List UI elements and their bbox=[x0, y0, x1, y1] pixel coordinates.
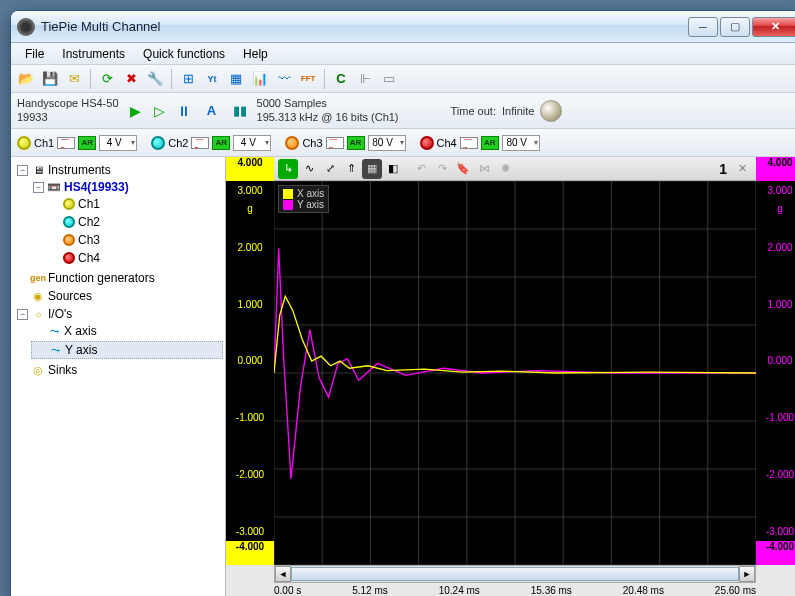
plot-legend: X axis Y axis bbox=[278, 185, 329, 213]
graph-bookmark-icon[interactable]: 🔖 bbox=[453, 159, 473, 179]
refresh-icon[interactable]: ⟳ bbox=[96, 68, 118, 90]
save-icon[interactable]: 💾 bbox=[39, 68, 61, 90]
scroll-right-icon[interactable]: ► bbox=[739, 566, 755, 582]
ch4-led-icon[interactable] bbox=[420, 136, 434, 150]
maximize-button[interactable]: ▢ bbox=[720, 17, 750, 37]
open-icon[interactable]: 📂 bbox=[15, 68, 37, 90]
channel-3-group: Ch3 AR 80 V bbox=[285, 135, 405, 151]
tree-ch2[interactable]: Ch2 bbox=[78, 215, 100, 229]
ch4-coupling-icon[interactable] bbox=[460, 137, 478, 149]
add-graph-icon[interactable]: ⊞ bbox=[177, 68, 199, 90]
funcgen-icon: gen bbox=[31, 271, 45, 285]
ch1-coupling-icon[interactable] bbox=[57, 137, 75, 149]
ch1-led-icon[interactable] bbox=[17, 136, 31, 150]
ios-icon: ⟐ bbox=[31, 307, 45, 321]
tree-yaxis[interactable]: Y axis bbox=[65, 343, 97, 357]
horizontal-scrollbar[interactable]: ◄ ► bbox=[274, 565, 756, 583]
ch2-range-select[interactable]: 4 V bbox=[233, 135, 271, 151]
ch4-autorange-icon[interactable]: AR bbox=[481, 136, 499, 150]
device-toolbar: Handyscope HS4-50 19933 ▶ ▷ ⏸ A ▮▮ 5000 … bbox=[11, 93, 795, 129]
ch2-led-icon[interactable] bbox=[151, 136, 165, 150]
ch3-tree-icon bbox=[63, 234, 75, 246]
instruments-icon: 🖥 bbox=[31, 163, 45, 177]
ch3-coupling-icon[interactable] bbox=[326, 137, 344, 149]
channel-2-group: Ch2 AR 4 V bbox=[151, 135, 271, 151]
pause-button[interactable]: ⏸ bbox=[173, 100, 195, 122]
ch1-range-select[interactable]: 4 V bbox=[99, 135, 137, 151]
tree-ios[interactable]: I/O's bbox=[48, 307, 72, 321]
tree-sinks[interactable]: Sinks bbox=[48, 363, 77, 377]
menu-instruments[interactable]: Instruments bbox=[54, 45, 133, 63]
yaxis-tree-icon: ⤳ bbox=[48, 343, 62, 357]
fft-icon[interactable]: FFT bbox=[297, 68, 319, 90]
y-axis-right[interactable]: 4.000 g3.0002.0001.0000.000-1.000-2.000-… bbox=[756, 181, 795, 565]
mail-icon[interactable]: ✉ bbox=[63, 68, 85, 90]
measure-icon[interactable]: ⊩ bbox=[354, 68, 376, 90]
grid-icon[interactable]: ▦ bbox=[225, 68, 247, 90]
yt-icon[interactable]: Yt bbox=[201, 68, 223, 90]
app-window: TiePie Multi Channel ─ ▢ ✕ File Instrume… bbox=[10, 10, 795, 596]
tree-ch4[interactable]: Ch4 bbox=[78, 251, 100, 265]
graph-up-icon[interactable]: ⇑ bbox=[341, 159, 361, 179]
chart-icon[interactable]: 📊 bbox=[249, 68, 271, 90]
cursor-icon[interactable]: C bbox=[330, 68, 352, 90]
delete-icon[interactable]: ✖ bbox=[120, 68, 142, 90]
ch1-autorange-icon[interactable]: AR bbox=[78, 136, 96, 150]
graph-link-icon[interactable]: ⋈ bbox=[474, 159, 494, 179]
graph-zoom-icon[interactable]: ⤢ bbox=[320, 159, 340, 179]
ch1-label: Ch1 bbox=[34, 137, 54, 149]
device-info: Handyscope HS4-50 19933 bbox=[17, 97, 119, 123]
tree-device[interactable]: HS4(19933) bbox=[64, 180, 129, 194]
ch2-label: Ch2 bbox=[168, 137, 188, 149]
graph-undo-icon[interactable]: ↶ bbox=[411, 159, 431, 179]
auto-button[interactable]: A bbox=[201, 100, 223, 122]
graph-area: ↳ ∿ ⤢ ⇑ ▦ ◧ ↶ ↷ 🔖 ⋈ ✺ 1 ✕ bbox=[226, 157, 795, 596]
graph-close-icon[interactable]: ✕ bbox=[732, 159, 752, 179]
scale-icon[interactable]: ▭ bbox=[378, 68, 400, 90]
main-toolbar: 📂 💾 ✉ ⟳ ✖ 🔧 ⊞ Yt ▦ 📊 〰 FFT C ⊩ ▭ bbox=[11, 65, 795, 93]
titlebar[interactable]: TiePie Multi Channel ─ ▢ ✕ bbox=[11, 11, 795, 43]
tree-xaxis[interactable]: X axis bbox=[64, 324, 97, 338]
graph-run-icon[interactable]: ↳ bbox=[278, 159, 298, 179]
graph-erase-icon[interactable]: ◧ bbox=[383, 159, 403, 179]
scroll-left-icon[interactable]: ◄ bbox=[275, 566, 291, 582]
graph-redo-icon[interactable]: ↷ bbox=[432, 159, 452, 179]
ch4-range-select[interactable]: 80 V bbox=[502, 135, 540, 151]
play-once-button[interactable]: ▷ bbox=[149, 100, 171, 122]
ch3-led-icon[interactable] bbox=[285, 136, 299, 150]
tree-ch1[interactable]: Ch1 bbox=[78, 197, 100, 211]
expand-icon[interactable]: − bbox=[17, 165, 28, 176]
menu-help[interactable]: Help bbox=[235, 45, 276, 63]
ch3-autorange-icon[interactable]: AR bbox=[347, 136, 365, 150]
tree-sources[interactable]: Sources bbox=[48, 289, 92, 303]
timeout-dial[interactable] bbox=[540, 100, 562, 122]
minimize-button[interactable]: ─ bbox=[688, 17, 718, 37]
app-icon bbox=[17, 18, 35, 36]
tree-funcgen[interactable]: Function generators bbox=[48, 271, 155, 285]
expand-icon[interactable]: − bbox=[17, 309, 28, 320]
menu-file[interactable]: File bbox=[17, 45, 52, 63]
ch4-label: Ch4 bbox=[437, 137, 457, 149]
range-icon[interactable]: ▮▮ bbox=[229, 100, 251, 122]
x-axis: 0.00 s5.12 ms10.24 ms15.36 ms20.48 ms25.… bbox=[226, 583, 795, 596]
graph-grid-icon[interactable]: ▦ bbox=[362, 159, 382, 179]
ch2-autorange-icon[interactable]: AR bbox=[212, 136, 230, 150]
tree-instruments[interactable]: Instruments bbox=[48, 163, 111, 177]
settings-icon[interactable]: 🔧 bbox=[144, 68, 166, 90]
object-tree[interactable]: −🖥Instruments −📼HS4(19933) Ch1 Ch2 Ch3 C… bbox=[11, 157, 226, 596]
sample-info: 5000 Samples 195.313 kHz @ 16 bits (Ch1) bbox=[257, 97, 399, 123]
wave-icon[interactable]: 〰 bbox=[273, 68, 295, 90]
play-button[interactable]: ▶ bbox=[125, 100, 147, 122]
graph-target-icon[interactable]: ✺ bbox=[495, 159, 515, 179]
menu-quick-functions[interactable]: Quick functions bbox=[135, 45, 233, 63]
ch2-coupling-icon[interactable] bbox=[191, 137, 209, 149]
graph-wave-icon[interactable]: ∿ bbox=[299, 159, 319, 179]
expand-icon[interactable]: − bbox=[33, 182, 44, 193]
tree-ch3[interactable]: Ch3 bbox=[78, 233, 100, 247]
timeout-value: Infinite bbox=[502, 105, 534, 117]
sources-icon: ◉ bbox=[31, 289, 45, 303]
oscilloscope-plot[interactable]: X axis Y axis bbox=[274, 181, 756, 565]
ch3-range-select[interactable]: 80 V bbox=[368, 135, 406, 151]
close-button[interactable]: ✕ bbox=[752, 17, 795, 37]
y-axis-left[interactable]: 4.000 g3.0002.0001.0000.000-1.000-2.000-… bbox=[226, 181, 274, 565]
